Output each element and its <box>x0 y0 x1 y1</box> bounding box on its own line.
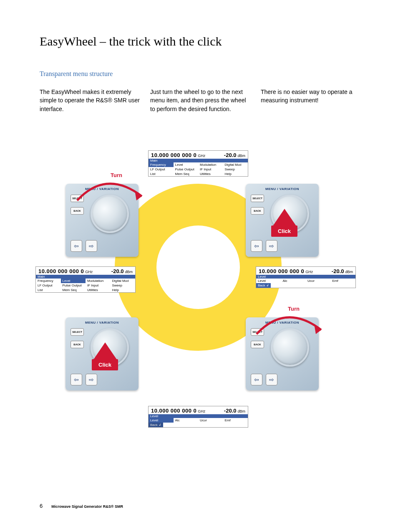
right-arrow-button: ⇨ <box>86 374 97 385</box>
menu-item: Ucor <box>198 418 223 423</box>
menu-item: Digital Mod <box>111 279 136 283</box>
menu-item: Alc <box>281 279 306 283</box>
screen-path: Main <box>36 275 135 279</box>
footer-text: Microwave Signal Generator R&S® SMR <box>51 504 123 509</box>
menu-item: Mem Seq <box>61 288 86 292</box>
flow-ring-hole <box>156 225 240 309</box>
level-value: -20.0 <box>332 268 344 274</box>
menu-back: Back ↲ <box>256 283 271 288</box>
menu-item: Modulation <box>86 279 111 283</box>
menu-item: LF Output <box>36 283 61 288</box>
menu-item: Digital Mod <box>223 162 248 167</box>
page-footer: 6 Microwave Signal Generator R&S® SMR <box>40 503 123 509</box>
menu-item: IF Input <box>86 283 111 288</box>
menu-item: Frequency <box>149 162 174 167</box>
page-number: 6 <box>40 503 43 509</box>
section-subtitle: Transparent menu structure <box>40 70 113 78</box>
menu-item: Sweep <box>223 167 248 172</box>
menu-item: IF Input <box>198 167 223 172</box>
level-value: -20.0 <box>111 268 124 274</box>
screen-menu: Level Alc Ucor Emf <box>149 418 248 423</box>
menu-item: Utilities <box>86 288 111 292</box>
select-button: SELECT <box>71 328 84 336</box>
document-page: EasyWheel – the trick with the click Tra… <box>0 0 398 532</box>
right-arrow-button: ⇨ <box>266 240 277 252</box>
level-value: -20.0 <box>224 408 237 414</box>
screen-path: Main <box>149 159 248 162</box>
right-arrow-button: ⇨ <box>266 374 277 385</box>
turn-label-2: Turn <box>288 306 300 312</box>
freq-unit: GHz <box>305 270 313 274</box>
body-column-1: The EasyWheel makes it extremely simple … <box>40 88 142 113</box>
svg-marker-0 <box>135 190 142 200</box>
level-unit: dBm <box>237 154 245 158</box>
menu-item: Mem Seq <box>174 172 199 176</box>
left-arrow-button: ⇦ <box>71 374 82 385</box>
menu-item: Level <box>61 279 86 283</box>
screen-menu: Level Alc Ucor Emf <box>256 279 355 283</box>
menu-item: Pulse Output <box>174 167 199 172</box>
back-button: BACK <box>71 341 84 348</box>
menu-item: List <box>36 288 61 292</box>
freq-unit: GHz <box>198 409 205 413</box>
menu-item: Pulse Output <box>61 283 86 288</box>
lcd-screen-level-level: 10.000 000 000 0 GHz -20.0 dBm Level Lev… <box>148 406 248 428</box>
freq-unit: GHz <box>85 270 93 274</box>
arrow-up-icon <box>93 342 118 361</box>
menu-item: Utilities <box>198 172 223 176</box>
menu-item: LF Output <box>149 167 174 172</box>
freq-value: 10.000 000 000 0 <box>259 268 304 274</box>
screen-path: Level <box>149 414 248 418</box>
menu-item: Alc <box>174 418 199 423</box>
lcd-screen-level-back: 10.000 000 000 0 GHz -20.0 dBm Level Lev… <box>256 266 356 288</box>
menu-item: Modulation <box>198 162 223 167</box>
menu-back: Back ↲ <box>149 423 163 427</box>
menu-item: Level <box>149 418 174 423</box>
freq-unit: GHz <box>198 154 205 158</box>
select-button: SELECT <box>251 195 264 202</box>
click-action-1: Click <box>271 209 297 237</box>
menu-item: Sweep <box>111 283 136 288</box>
back-button: BACK <box>251 207 264 215</box>
right-arrow-button: ⇨ <box>86 240 97 252</box>
menu-item: Frequency <box>36 279 61 283</box>
panel-header: MENU / VARIATION <box>65 321 139 324</box>
page-title: EasyWheel – the trick with the click <box>40 34 222 48</box>
turn-label-1: Turn <box>111 172 122 178</box>
menu-item: Emf <box>331 279 356 283</box>
freq-value: 10.000 000 000 0 <box>151 408 196 414</box>
level-unit: dBm <box>345 270 353 274</box>
body-column-2: Just turn the wheel to go to the next me… <box>150 88 252 113</box>
menu-item: Help <box>223 172 248 176</box>
freq-value: 10.000 000 000 0 <box>38 268 84 274</box>
menu-item: Level <box>174 162 199 167</box>
freq-value: 10.000 000 000 0 <box>151 152 196 158</box>
svg-marker-1 <box>314 324 321 334</box>
screen-menu: Frequency Level Modulation Digital Mod L… <box>36 279 135 292</box>
menu-item: Ucor <box>306 279 331 283</box>
turn-arrow-icon <box>248 309 332 347</box>
lcd-screen-main-frequency: 10.000 000 000 0 GHz -20.0 dBm Main Freq… <box>148 150 248 177</box>
click-label: Click <box>271 225 297 237</box>
turn-arrow-icon <box>69 175 152 213</box>
left-arrow-button: ⇦ <box>251 374 262 385</box>
left-arrow-button: ⇦ <box>71 240 82 252</box>
level-value: -20.0 <box>224 152 237 158</box>
easywheel-diagram: 10.000 000 000 0 GHz -20.0 dBm Main Freq… <box>35 150 357 443</box>
left-arrow-button: ⇦ <box>251 240 262 252</box>
menu-item: Emf <box>223 418 248 423</box>
menu-item: Help <box>111 288 136 292</box>
body-column-3: There is no easier way to operate a meas… <box>261 88 363 105</box>
screen-menu: Frequency Level Modulation Digital Mod L… <box>149 162 248 176</box>
menu-item: Level <box>256 279 281 283</box>
arrow-up-icon <box>272 209 297 227</box>
click-label: Click <box>92 359 118 370</box>
click-action-2: Click <box>92 342 118 370</box>
lcd-screen-main-level: 10.000 000 000 0 GHz -20.0 dBm Main Freq… <box>35 266 136 293</box>
screen-path: Level <box>256 275 355 279</box>
level-unit: dBm <box>125 270 133 274</box>
panel-header: MENU / VARIATION <box>246 187 319 191</box>
level-unit: dBm <box>237 409 245 413</box>
